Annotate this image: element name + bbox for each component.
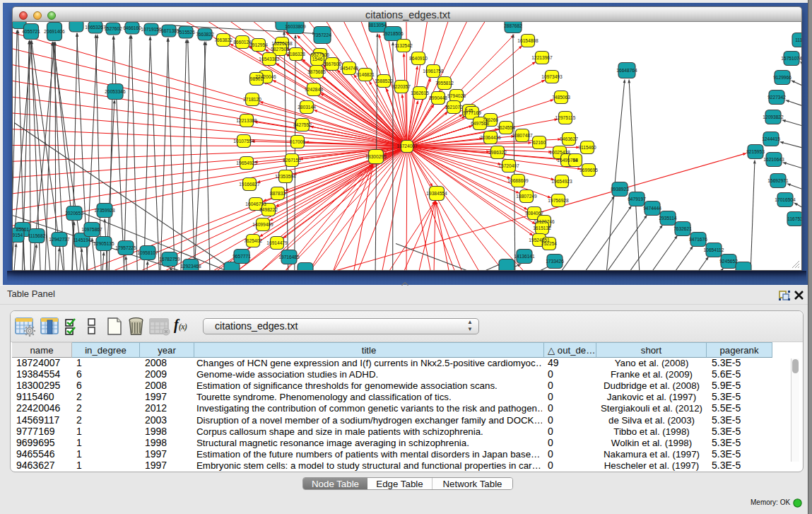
svg-text:44: 44 xyxy=(572,158,578,163)
svg-text:1145194: 1145194 xyxy=(73,238,91,243)
svg-text:10975867: 10975867 xyxy=(81,227,102,232)
svg-text:9245652: 9245652 xyxy=(719,259,738,264)
svg-text:1115682: 1115682 xyxy=(28,233,46,238)
svg-text:19654923: 19654923 xyxy=(551,179,572,184)
svg-text:9777169: 9777169 xyxy=(463,110,481,115)
svg-text:10807487: 10807487 xyxy=(512,133,533,138)
svg-text:8186328: 8186328 xyxy=(287,52,305,57)
svg-text:98901: 98901 xyxy=(250,76,264,81)
svg-text:19756928: 19756928 xyxy=(548,198,569,203)
svg-text:14136141: 14136141 xyxy=(514,254,535,259)
svg-text:8454749: 8454749 xyxy=(340,66,358,71)
svg-text:6498222: 6498222 xyxy=(259,207,278,212)
svg-text:1546: 1546 xyxy=(312,57,323,62)
svg-text:6479197: 6479197 xyxy=(628,197,646,201)
svg-text:8813054: 8813054 xyxy=(368,23,387,28)
svg-text:19716485: 19716485 xyxy=(278,255,300,259)
svg-text:62160: 62160 xyxy=(533,140,546,145)
svg-text:15720407: 15720407 xyxy=(498,163,519,168)
svg-text:7955812: 7955812 xyxy=(435,81,454,86)
svg-text:10120746: 10120746 xyxy=(534,219,555,224)
svg-text:16961758: 16961758 xyxy=(423,69,444,74)
svg-text:1362615: 1362615 xyxy=(411,90,429,95)
svg-text:9227342: 9227342 xyxy=(767,95,786,100)
svg-text:9794028: 9794028 xyxy=(447,93,466,98)
svg-text:18724007: 18724007 xyxy=(396,144,418,148)
svg-text:4055721: 4055721 xyxy=(22,29,40,34)
svg-text:39154: 39154 xyxy=(13,233,23,238)
svg-text:10107554: 10107554 xyxy=(233,139,254,144)
svg-text:2020653: 2020653 xyxy=(65,211,83,216)
svg-text:2718120: 2718120 xyxy=(243,97,261,102)
svg-text:19654925: 19654925 xyxy=(236,160,257,165)
svg-text:18807249: 18807249 xyxy=(516,194,537,199)
svg-text:6497568: 6497568 xyxy=(471,121,489,126)
svg-text:18300295: 18300295 xyxy=(365,154,387,159)
svg-text:887833: 887833 xyxy=(270,191,286,196)
svg-text:9699695: 9699695 xyxy=(579,168,598,173)
svg-text:7485063: 7485063 xyxy=(552,95,570,100)
svg-text:3624554: 3624554 xyxy=(497,125,515,130)
svg-text:8912954: 8912954 xyxy=(249,42,268,47)
svg-text:7515526: 7515526 xyxy=(177,30,195,35)
svg-text:10025438: 10025438 xyxy=(549,150,570,155)
svg-text:8220357: 8220357 xyxy=(392,84,411,89)
svg-text:1615132: 1615132 xyxy=(533,226,551,230)
svg-text:7625402: 7625402 xyxy=(244,238,262,243)
svg-text:16154808: 16154808 xyxy=(517,38,539,43)
svg-text:12213389: 12213389 xyxy=(236,118,257,123)
svg-text:9146821: 9146821 xyxy=(356,72,375,77)
svg-text:16914479: 16914479 xyxy=(266,240,288,245)
svg-text:116753: 116753 xyxy=(787,216,801,221)
svg-text:7357224: 7357224 xyxy=(313,33,331,37)
svg-text:15226058: 15226058 xyxy=(271,41,293,46)
svg-text:9129966: 9129966 xyxy=(773,75,792,80)
svg-text:9115460: 9115460 xyxy=(578,145,596,150)
svg-text:9474444: 9474444 xyxy=(643,206,661,211)
svg-text:15751074: 15751074 xyxy=(781,56,801,61)
svg-text:12975115: 12975115 xyxy=(555,115,576,120)
svg-text:6466160: 6466160 xyxy=(123,25,141,30)
svg-text:10653267: 10653267 xyxy=(85,25,106,30)
svg-text:3875685: 3875685 xyxy=(307,69,326,74)
svg-text:2887682: 2887682 xyxy=(504,23,522,28)
svg-text:2935114: 2935114 xyxy=(659,216,677,221)
svg-text:1132542: 1132542 xyxy=(394,43,413,48)
svg-text:1733426: 1733426 xyxy=(546,259,564,264)
svg-text:1244415: 1244415 xyxy=(762,136,780,141)
svg-text:8471676: 8471676 xyxy=(689,237,707,242)
svg-text:8938923: 8938923 xyxy=(611,187,629,192)
svg-text:917006: 917006 xyxy=(290,139,305,144)
svg-text:10688609: 10688609 xyxy=(507,178,529,183)
svg-text:19384554: 19384554 xyxy=(426,191,447,196)
svg-text:8640910: 8640910 xyxy=(409,56,428,61)
svg-text:20691406: 20691406 xyxy=(44,29,65,34)
svg-text:12942737: 12942737 xyxy=(49,237,70,242)
svg-text:14099489: 14099489 xyxy=(252,222,273,227)
svg-text:9242848: 9242848 xyxy=(305,87,323,92)
svg-text:7632621: 7632621 xyxy=(673,226,692,231)
svg-text:15692971: 15692971 xyxy=(767,178,789,183)
svg-text:16782759: 16782759 xyxy=(159,257,180,262)
svg-text:8215953: 8215953 xyxy=(746,149,765,154)
svg-text:19218506: 19218506 xyxy=(382,31,404,36)
svg-text:9827503: 9827503 xyxy=(271,47,289,52)
svg-text:9657771: 9657771 xyxy=(233,254,251,259)
svg-text:1621072: 1621072 xyxy=(445,105,463,110)
svg-text:17359928: 17359928 xyxy=(94,208,115,213)
svg-text:12923468: 12923468 xyxy=(180,264,201,269)
svg-text:10654112: 10654112 xyxy=(704,247,724,252)
svg-text:16543382: 16543382 xyxy=(259,57,280,62)
svg-text:12213967: 12213967 xyxy=(531,55,553,60)
svg-text:7663822: 7663822 xyxy=(196,32,214,37)
svg-text:16210643: 16210643 xyxy=(763,157,784,162)
svg-text:85061: 85061 xyxy=(16,227,30,232)
svg-text:252254: 252254 xyxy=(541,241,557,246)
svg-text:9463627: 9463627 xyxy=(560,136,578,141)
svg-text:16648764: 16648764 xyxy=(616,68,637,73)
svg-text:16046793: 16046793 xyxy=(245,201,266,206)
svg-text:8427552: 8427552 xyxy=(293,122,312,127)
svg-text:20364436: 20364436 xyxy=(480,135,501,140)
svg-text:7986322: 7986322 xyxy=(488,150,507,155)
svg-text:10958107: 10958107 xyxy=(137,250,158,255)
